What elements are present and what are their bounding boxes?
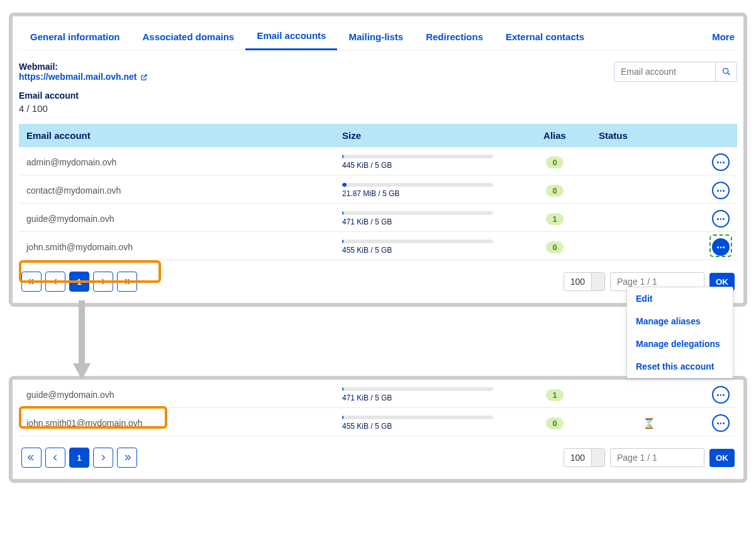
size-cell: 21.87 MiB / 5 GB xyxy=(335,175,511,204)
email-cell: john.smith01@mydomain.ovh xyxy=(19,408,335,436)
svg-marker-4 xyxy=(73,363,91,380)
page-info-input[interactable] xyxy=(610,448,704,467)
menu-aliases[interactable]: Manage aliases xyxy=(627,310,733,333)
alias-cell: 0 xyxy=(511,408,599,436)
page-current[interactable]: 1 xyxy=(69,448,89,468)
tab-bar: General information Associated domains E… xyxy=(19,20,737,50)
menu-reset[interactable]: Reset this account xyxy=(627,355,733,378)
alias-badge: 0 xyxy=(546,241,563,253)
search-input[interactable] xyxy=(614,62,715,81)
email-cell: guide@mydomain.ovh xyxy=(19,204,335,232)
external-link-icon xyxy=(140,73,148,80)
email-cell: contact@mydomain.ovh xyxy=(19,175,335,204)
tab-email-accounts[interactable]: Email accounts xyxy=(245,25,337,50)
email-accounts-panel-after: guide@mydomain.ovh 471 KiB / 5 GB 1 john… xyxy=(9,376,747,483)
page-ok-button[interactable]: OK xyxy=(709,449,735,467)
table-row: admin@mydomain.ovh 445 KiB / 5 GB 0 xyxy=(19,147,737,175)
page-prev[interactable] xyxy=(45,448,65,468)
size-progress xyxy=(342,239,493,243)
size-cell: 455 KiB / 5 GB xyxy=(335,232,511,260)
alias-badge: 0 xyxy=(546,185,563,197)
row-actions-button[interactable] xyxy=(712,414,730,432)
per-page-select[interactable]: 100 xyxy=(564,448,605,467)
status-cell xyxy=(599,232,699,260)
alias-badge: 1 xyxy=(546,389,563,401)
chevron-down-icon xyxy=(591,273,604,290)
tab-redirections[interactable]: Redirections xyxy=(414,26,494,50)
page-prev[interactable] xyxy=(45,272,65,292)
size-cell: 455 KiB / 5 GB xyxy=(335,408,511,436)
webmail-url-text: https://webmail.mail.ovh.net xyxy=(19,72,136,82)
table-row: guide@mydomain.ovh 471 KiB / 5 GB 1 xyxy=(19,204,737,232)
per-page-value: 100 xyxy=(564,449,591,466)
size-cell: 445 KiB / 5 GB xyxy=(335,147,511,175)
size-progress xyxy=(342,155,493,158)
size-text: 455 KiB / 5 GB xyxy=(342,422,503,431)
account-count-label: Email account xyxy=(19,91,148,101)
alias-cell: 1 xyxy=(511,204,599,232)
col-size: Size xyxy=(335,124,511,147)
page-current[interactable]: 1 xyxy=(69,272,89,292)
email-accounts-panel: General information Associated domains E… xyxy=(9,13,747,307)
search-button[interactable] xyxy=(715,62,737,81)
tab-external-contacts[interactable]: External contacts xyxy=(494,26,596,50)
size-cell: 471 KiB / 5 GB xyxy=(335,380,511,408)
page-last[interactable] xyxy=(117,272,137,292)
row-actions-button[interactable] xyxy=(712,182,730,199)
table-row: john.smith01@mydomain.ovh 455 KiB / 5 GB… xyxy=(19,408,737,436)
table-row: guide@mydomain.ovh 471 KiB / 5 GB 1 xyxy=(19,380,737,408)
col-email: Email account xyxy=(19,124,335,147)
alias-cell: 0 xyxy=(511,147,599,175)
email-accounts-table-after: guide@mydomain.ovh 471 KiB / 5 GB 1 john… xyxy=(19,380,737,436)
email-accounts-table: Email account Size Alias Status admin@my… xyxy=(19,124,737,260)
per-page-value: 100 xyxy=(564,273,591,290)
svg-line-1 xyxy=(728,73,730,75)
webmail-link[interactable]: https://webmail.mail.ovh.net xyxy=(19,72,148,82)
pager-right: 100 OK xyxy=(564,448,735,467)
page-first[interactable] xyxy=(21,272,42,292)
size-text: 445 KiB / 5 GB xyxy=(342,161,503,170)
page-first[interactable] xyxy=(21,448,42,468)
search-icon xyxy=(721,67,731,77)
row-actions-button[interactable] xyxy=(712,153,730,171)
size-cell: 471 KiB / 5 GB xyxy=(335,204,511,232)
actions-cell xyxy=(699,232,737,260)
pager-row-after: 1 100 OK xyxy=(19,436,737,470)
account-count: 4 / 100 xyxy=(19,103,148,114)
status-cell xyxy=(599,147,699,175)
email-cell: john.smith@mydomain.ovh xyxy=(19,232,335,260)
webmail-label: Webmail: xyxy=(19,62,148,72)
tab-more[interactable]: More xyxy=(701,26,737,50)
col-actions xyxy=(699,124,737,147)
alias-cell: 1 xyxy=(511,380,599,408)
menu-delegations[interactable]: Manage delegations xyxy=(627,333,733,355)
row-actions-button[interactable] xyxy=(712,210,730,228)
status-cell: ⌛ xyxy=(599,408,699,436)
page-last[interactable] xyxy=(117,448,137,468)
actions-cell xyxy=(699,147,737,175)
status-cell xyxy=(599,204,699,232)
size-text: 471 KiB / 5 GB xyxy=(342,394,503,402)
row-actions-button[interactable] xyxy=(712,386,730,404)
size-progress xyxy=(342,416,493,419)
col-alias: Alias xyxy=(511,124,599,147)
tab-general[interactable]: General information xyxy=(19,26,131,50)
row-actions-button-active[interactable] xyxy=(712,238,730,256)
page-next[interactable] xyxy=(93,272,113,292)
page-next[interactable] xyxy=(93,448,113,468)
info-row: Webmail: https://webmail.mail.ovh.net Em… xyxy=(19,50,737,114)
tab-mailing-lists[interactable]: Mailing-lists xyxy=(337,26,414,50)
status-cell xyxy=(599,380,699,408)
actions-cell xyxy=(699,204,737,232)
pager-left: 1 xyxy=(21,272,137,292)
table-row: contact@mydomain.ovh 21.87 MiB / 5 GB 0 xyxy=(19,175,737,204)
menu-edit[interactable]: Edit xyxy=(627,287,733,310)
chevron-down-icon xyxy=(591,449,604,466)
size-text: 471 KiB / 5 GB xyxy=(342,217,503,226)
row-actions-menu: Edit Manage aliases Manage delegations R… xyxy=(626,287,733,378)
per-page-select[interactable]: 100 xyxy=(564,272,605,291)
tab-domains[interactable]: Associated domains xyxy=(131,26,246,50)
table-row: john.smith@mydomain.ovh 455 KiB / 5 GB 0 xyxy=(19,232,737,260)
size-progress xyxy=(342,183,493,187)
size-progress xyxy=(342,211,493,215)
